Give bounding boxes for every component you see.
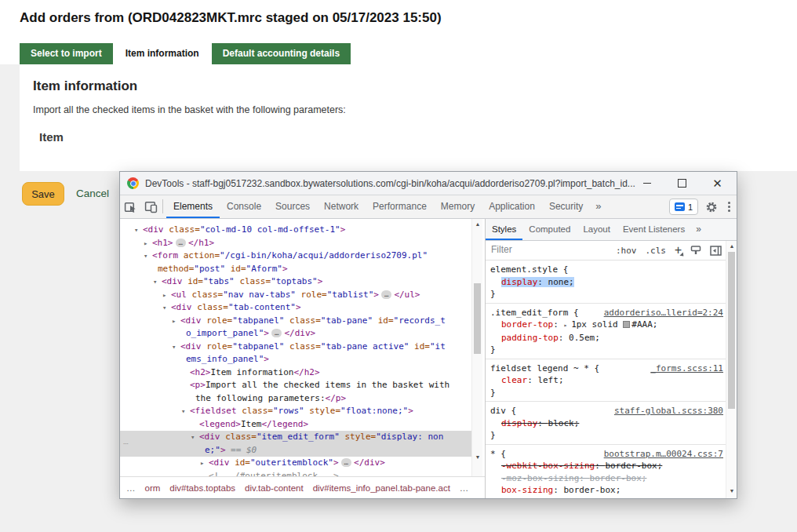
devtools-tab-security[interactable]: Security [542, 195, 590, 218]
devtools-tab-sources[interactable]: Sources [268, 195, 317, 218]
devtools-tab-application[interactable]: Application [482, 195, 542, 218]
breadcrumb-item[interactable]: div#items_info_panel.tab-pane.act [313, 483, 450, 493]
elements-scrollbar[interactable]: ▲ ▼ [471, 219, 482, 476]
tree-line[interactable]: o_import_panel">…</div> [120, 327, 471, 341]
cancel-link[interactable]: Cancel [76, 188, 109, 199]
tree-line[interactable]: ▾<div role="tabpanel" class="tab-pane ac… [120, 341, 471, 354]
sidebar-more-tabs-button[interactable]: » [691, 219, 706, 240]
tree-line[interactable]: e;"> == $0 [120, 444, 471, 457]
maximize-button[interactable] [664, 172, 700, 195]
css-property[interactable]: display: block; [490, 417, 723, 430]
tab-item-information[interactable]: Item information [115, 43, 210, 64]
css-rule[interactable]: _forms.scss:11fieldset legend ~ * {clear… [486, 359, 726, 403]
collapsed-content-ellipsis[interactable]: … [381, 290, 391, 299]
breadcrumb-item[interactable]: div.tab-content [245, 483, 304, 493]
sidebar-tab-event-listeners[interactable]: Event Listeners [617, 219, 691, 240]
pseudo-state-button[interactable]: :hov [616, 246, 637, 256]
css-rule[interactable]: bootstrap.m…00024.css:7* {-webkit-box-si… [486, 445, 726, 499]
tree-line[interactable]: ▾<fieldset class="rows" style="float:non… [120, 405, 471, 418]
devtools-tab-memory[interactable]: Memory [434, 195, 482, 218]
tree-line[interactable]: the following parameters:</p> [120, 392, 471, 406]
collapsed-arrow-icon[interactable]: ▸ [162, 289, 166, 302]
inspect-element-button[interactable] [120, 195, 140, 218]
breadcrumb-item[interactable]: orm [145, 483, 161, 493]
tree-line[interactable]: <p>Import all the checked items in the b… [120, 379, 471, 392]
tree-line[interactable]: ▾<div class="col-md-10 col-md-offset-1"> [120, 224, 471, 237]
collapsed-content-ellipsis[interactable]: … [341, 458, 351, 467]
collapsed-arrow-icon[interactable]: ▸ [200, 457, 204, 470]
tree-line[interactable]: ▸<h1>…</h1> [120, 237, 471, 250]
devtools-tab-console[interactable]: Console [220, 195, 268, 218]
scroll-down-icon[interactable]: ▼ [472, 454, 483, 460]
expanded-arrow-icon[interactable]: ▾ [162, 301, 166, 315]
sidebar-tab-computed[interactable]: Computed [522, 219, 577, 240]
css-property[interactable]: box-sizing: border-box; [490, 484, 723, 497]
tree-line[interactable]: method="post" id="Aform"> [120, 263, 471, 276]
expanded-arrow-icon[interactable]: ▾ [181, 405, 185, 418]
tree-line[interactable]: ▾<div class="tab-content"> [120, 301, 471, 315]
devtools-tab-network[interactable]: Network [317, 195, 366, 218]
sidebar-tab-styles[interactable]: Styles [486, 219, 522, 240]
tree-line[interactable]: ▸<div role="tabpanel" class="tab-pane" i… [120, 315, 471, 328]
stylesheet-source-link[interactable]: bootstrap.m…00024.css:7 [604, 448, 723, 461]
tree-line[interactable]: <h2>Item information</h2> [120, 366, 471, 380]
shorthand-expand-icon[interactable]: ▸ [563, 322, 571, 329]
devtools-tab-performance[interactable]: Performance [366, 195, 434, 218]
elements-tree-panel[interactable]: ▾<div class="col-md-10 col-md-offset-1">… [120, 219, 471, 476]
color-swatch-icon[interactable] [623, 321, 630, 328]
css-rule[interactable]: addorderiso…llerid=2:24.item_edit_form {… [486, 304, 726, 359]
sidebar-tab-layout[interactable]: Layout [577, 219, 617, 240]
devtools-titlebar[interactable]: DevTools - staff-bgj0517232.sandbox.bywa… [120, 172, 737, 195]
tree-line[interactable]: <!-- /#outeritemblock --> [120, 470, 471, 477]
tree-line[interactable]: …▾<div class="item_edit_form" style="dis… [120, 431, 471, 444]
device-toolbar-button[interactable] [140, 195, 161, 218]
rendering-button[interactable] [690, 245, 701, 256]
css-rule[interactable]: element.style {display: none;} [486, 261, 726, 304]
css-property[interactable]: -webkit-box-sizing: border-box; [490, 460, 723, 472]
css-property[interactable]: display: none; [490, 276, 723, 289]
breadcrumb-item[interactable]: div#tabs.toptabs [169, 483, 235, 493]
elements-scrollbar-thumb[interactable] [474, 283, 481, 354]
collapsed-content-ellipsis[interactable]: … [176, 239, 186, 247]
scroll-down-icon[interactable]: ▼ [726, 488, 737, 494]
element-classes-button[interactable]: .cls [645, 246, 666, 256]
save-button[interactable]: Save [22, 182, 64, 206]
css-property[interactable]: border-top: ▸ 1px solid #AAA; [490, 319, 723, 332]
issues-button[interactable]: 1 [669, 199, 698, 215]
tree-line[interactable]: <legend>Item</legend> [120, 418, 471, 432]
tree-line[interactable]: ▾<form action="/cgi-bin/koha/acqui/addor… [120, 250, 471, 263]
css-rule[interactable]: staff-global.scss:380div {display: block… [486, 402, 726, 445]
expanded-arrow-icon[interactable]: ▾ [134, 224, 138, 237]
styles-scrollbar[interactable]: ▲ ▼ [726, 241, 737, 498]
stylesheet-source-link[interactable]: _forms.scss:11 [650, 363, 723, 375]
tab-select-to-import[interactable]: Select to import [20, 43, 113, 64]
collapsed-content-ellipsis[interactable]: … [271, 329, 282, 337]
expanded-arrow-icon[interactable]: ▾ [172, 341, 176, 354]
close-button[interactable]: ✕ [700, 172, 735, 195]
css-property[interactable]: clear: left; [490, 374, 723, 387]
settings-button[interactable] [705, 201, 718, 213]
expanded-arrow-icon[interactable]: ▾ [144, 250, 147, 263]
tree-line[interactable]: ▾<div id="tabs" class="toptabs"> [120, 275, 471, 289]
css-property[interactable]: padding-top: 0.5em; [490, 332, 723, 344]
stylesheet-source-link[interactable]: addorderiso…llerid=2:24 [604, 307, 723, 319]
minimize-button[interactable] [629, 172, 664, 195]
breadcrumb-overflow-right[interactable]: … [460, 483, 469, 493]
kebab-menu-button[interactable] [725, 202, 733, 212]
tree-line[interactable]: ▸<div id="outeritemblock">…</div> [120, 457, 471, 470]
expanded-arrow-icon[interactable]: ▾ [153, 275, 157, 289]
styles-filter-input[interactable] [489, 243, 575, 256]
collapsed-arrow-icon[interactable]: ▸ [172, 315, 176, 328]
breadcrumb-overflow-left[interactable]: … [126, 483, 136, 493]
devtools-tab-elements[interactable]: Elements [166, 195, 220, 218]
tab-default-accounting-details[interactable]: Default accounting details [212, 43, 351, 64]
stylesheet-source-link[interactable]: staff-global.scss:380 [614, 405, 723, 417]
styles-scrollbar-thumb[interactable] [728, 252, 735, 409]
sidebar-toggle-button[interactable] [710, 246, 722, 256]
more-tabs-button[interactable]: » [590, 195, 606, 218]
css-property[interactable]: -moz-box-sizing: border-box; [490, 472, 723, 485]
collapsed-arrow-icon[interactable]: ▸ [144, 237, 147, 250]
expanded-arrow-icon[interactable]: ▾ [191, 431, 195, 444]
scroll-up-icon[interactable]: ▲ [726, 243, 737, 249]
scroll-up-icon[interactable]: ▲ [472, 221, 483, 227]
